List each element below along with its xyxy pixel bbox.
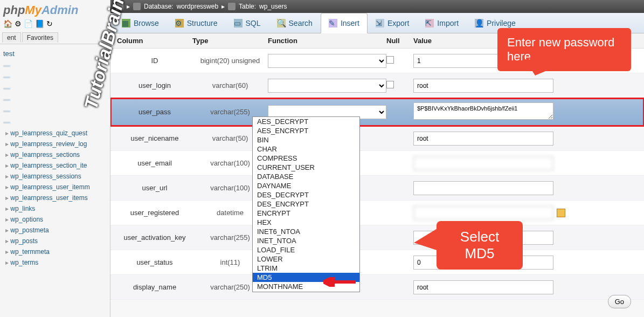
dropdown-option[interactable]: ENCRYPT [253, 209, 359, 218]
table-node[interactable]: wp_learnpress_review_log [2, 139, 108, 149]
null-checkbox[interactable] [386, 81, 394, 88]
tab-import[interactable]: ⇱Import [417, 13, 467, 33]
field-row-user_registered: user_registereddatetime [110, 201, 644, 225]
tab-recent[interactable]: ent [2, 32, 21, 43]
dropdown-option[interactable]: INET_NTOA [253, 236, 359, 245]
tab-insert[interactable]: ✎Insert [321, 13, 368, 33]
dropdown-option[interactable]: LOWER [253, 254, 359, 264]
value-input[interactable] [413, 156, 553, 170]
field-row-user_status: user_statusint(11) [110, 250, 644, 275]
tab-structure[interactable]: ⚙Structure [167, 13, 226, 33]
dropdown-option[interactable]: AES_DECRYPT [253, 117, 359, 126]
value-input[interactable] [413, 181, 553, 195]
dropdown-option[interactable]: CURRENT_USER [253, 163, 359, 172]
column-type: varchar(255) [192, 108, 268, 116]
tab-favorites[interactable]: Favorites [22, 32, 58, 43]
dropdown-option[interactable]: AES_ENCRYPT [253, 126, 359, 135]
dropdown-option[interactable]: DES_DECRYPT [253, 190, 359, 199]
table-node[interactable]: wp_termmeta [2, 246, 108, 257]
breadcrumb-db[interactable]: wordpressweb [177, 3, 218, 10]
table-node[interactable]: wp_learnpress_sessions [2, 171, 108, 182]
dropdown-option[interactable]: DATABASE [253, 172, 359, 181]
dropdown-option[interactable]: HEX [253, 218, 359, 227]
tab-search[interactable]: 🔍Search [269, 13, 321, 33]
table-node[interactable]: wp_posts [2, 236, 108, 246]
column-name: user_email [117, 159, 192, 167]
dropdown-option[interactable]: DES_ENCRYPT [253, 199, 359, 209]
field-row-display_name: display_namevarchar(250) [110, 275, 644, 300]
calendar-icon[interactable] [557, 209, 565, 217]
table-node[interactable]: wp_links [2, 203, 108, 214]
table-node[interactable]: wp_postmeta [2, 225, 108, 236]
table-node[interactable]: wp_learnpress_section_ite [2, 160, 108, 171]
logo: phpMyAdmin [0, 2, 110, 18]
table-icon[interactable] [228, 3, 236, 10]
dropdown-option[interactable]: BIN [253, 135, 359, 144]
dropdown-option[interactable]: COMPRESS [253, 154, 359, 163]
field-row-user_nicename: user_nicenamevarchar(50) [110, 126, 644, 151]
column-name: user_activation_key [117, 233, 192, 242]
breadcrumb: ▸ Database: wordpressweb ▸ Table: wp_use… [110, 0, 644, 13]
breadcrumb-table[interactable]: wp_users [259, 3, 287, 10]
callout-md5: SelectMD5 [437, 221, 523, 270]
server-icon[interactable] [116, 3, 123, 10]
table-node[interactable]: wp_learnpress_user_itemm [2, 182, 108, 192]
column-name: user_nicename [117, 134, 192, 142]
table-node[interactable]: wp_learnpress_sections [2, 149, 108, 160]
field-row-user_pass: user_passvarchar(255) [110, 98, 644, 126]
dropdown-option[interactable]: CHAR [253, 144, 359, 154]
tab-export[interactable]: ⇲Export [368, 13, 417, 33]
field-row-user_activation_key: user_activation_keyvarchar(255) [110, 225, 644, 250]
dropdown-option[interactable]: DAYNAME [253, 181, 359, 190]
db-icon[interactable] [133, 3, 141, 10]
field-row-user_email: user_emailvarchar(100) [110, 151, 644, 176]
callout-password: Enter new password here [497, 28, 631, 71]
column-name: display_name [117, 283, 192, 291]
column-name: user_status [117, 258, 192, 266]
value-input[interactable] [413, 280, 553, 294]
column-type: bigint(20) unsigned [192, 57, 268, 65]
column-name: user_login [117, 81, 192, 89]
tab-browse[interactable]: ▦Browse [114, 13, 167, 33]
red-arrow-icon [323, 277, 356, 287]
dropdown-option[interactable]: LTRIM [253, 264, 359, 273]
value-input[interactable] [413, 102, 553, 120]
sidebar: phpMyAdmin 🏠 ⚙ 📄 📘 ↻ ent Favorites test … [0, 0, 110, 317]
column-type: varchar(60) [192, 81, 268, 89]
null-checkbox[interactable] [386, 56, 394, 64]
function-dropdown-open[interactable]: AES_DECRYPTAES_ENCRYPTBINCHARCOMPRESSCUR… [252, 116, 360, 292]
column-name: user_url [117, 184, 192, 192]
side-tabs: ent Favorites [0, 31, 110, 44]
go-button[interactable]: Go [608, 295, 631, 308]
function-select[interactable] [268, 79, 386, 93]
table-node[interactable]: wp_learnpress_user_items [2, 192, 108, 203]
dropdown-option[interactable]: LOAD_FILE [253, 245, 359, 254]
value-input[interactable] [413, 206, 553, 220]
column-name: ID [117, 57, 192, 65]
logo-icons[interactable]: 🏠 ⚙ 📄 📘 ↻ [0, 18, 110, 29]
db-tree: test — — — — — — wp_learnpress_quiz_ques… [0, 44, 110, 271]
function-select[interactable] [268, 54, 386, 68]
value-input[interactable] [413, 132, 553, 146]
column-name: user_registered [117, 209, 192, 217]
table-node[interactable]: wp_options [2, 214, 108, 225]
db-node[interactable]: test [2, 47, 108, 60]
dropdown-option[interactable]: INET6_NTOA [253, 227, 359, 236]
column-name: user_pass [117, 108, 192, 116]
tab-sql[interactable]: ▭SQL [226, 13, 269, 33]
field-row-user_url: user_urlvarchar(100) [110, 176, 644, 201]
table-node[interactable]: wp_terms [2, 257, 108, 268]
table-node[interactable]: wp_learnpress_quiz_quest [2, 128, 108, 139]
